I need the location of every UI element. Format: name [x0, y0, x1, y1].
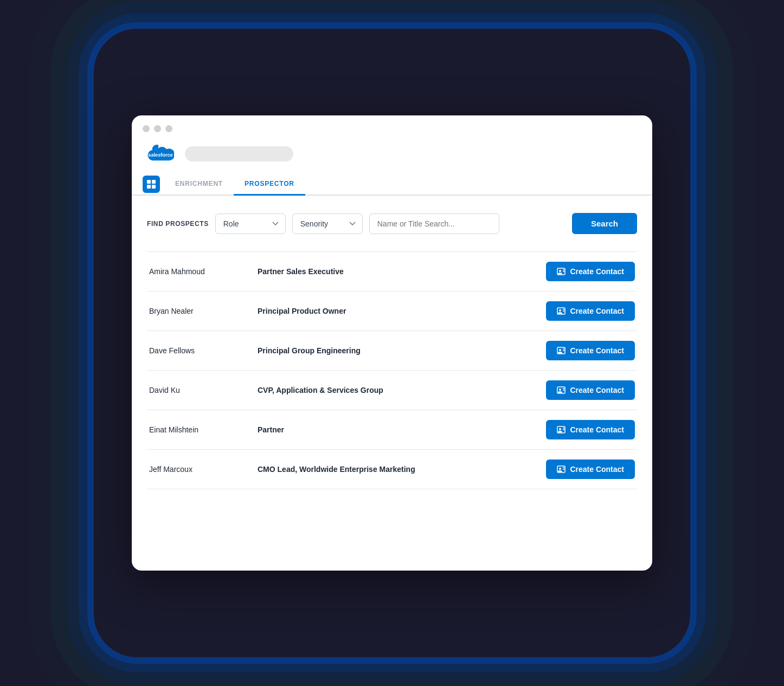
contact-card-icon: [557, 386, 565, 394]
table-row: Einat Milshtein Partner Create Contact: [147, 410, 637, 450]
contact-card-icon: [557, 307, 565, 315]
search-button[interactable]: Search: [572, 213, 637, 234]
svg-point-14: [559, 349, 561, 351]
create-contact-button-0[interactable]: Create Contact: [546, 262, 635, 281]
contact-name: Bryan Nealer: [149, 307, 258, 315]
tabs-bar: ENRICHMENT PROSPECTOR: [132, 173, 652, 196]
tab-prospector[interactable]: PROSPECTOR: [234, 173, 305, 196]
contact-card-icon: [557, 346, 565, 355]
create-contact-label: Create Contact: [570, 386, 624, 394]
svg-rect-4: [152, 185, 156, 189]
svg-point-22: [559, 428, 561, 430]
create-contact-label: Create Contact: [570, 307, 624, 315]
svg-rect-3: [147, 185, 151, 189]
create-contact-label: Create Contact: [570, 267, 624, 276]
contact-name: Dave Fellows: [149, 346, 258, 355]
contact-title: CVP, Application & Services Group: [258, 386, 546, 394]
main-content: FIND PROSPECTS Role Senority Search Amir…: [132, 196, 652, 507]
svg-point-6: [559, 270, 561, 272]
app-window: salesforce ENRICHMENT PROSPECTOR FIND PR…: [132, 115, 652, 571]
contact-name: Amira Mahmoud: [149, 267, 258, 276]
create-contact-button-2[interactable]: Create Contact: [546, 341, 635, 360]
contact-title: CMO Lead, Worldwide Enterprise Marketing: [258, 465, 546, 474]
contact-name: Jeff Marcoux: [149, 465, 258, 474]
create-contact-button-5[interactable]: Create Contact: [546, 460, 635, 479]
contact-name: Einat Milshtein: [149, 425, 258, 434]
create-contact-button-4[interactable]: Create Contact: [546, 420, 635, 439]
svg-rect-1: [147, 180, 151, 184]
find-prospects-label: FIND PROSPECTS: [147, 220, 209, 228]
find-prospects-row: FIND PROSPECTS Role Senority Search: [147, 213, 637, 234]
tab-enrichment[interactable]: ENRICHMENT: [164, 173, 234, 196]
contacts-list: Amira Mahmoud Partner Sales Executive Cr…: [147, 251, 637, 489]
traffic-light-3[interactable]: [165, 125, 172, 132]
create-contact-button-1[interactable]: Create Contact: [546, 301, 635, 321]
role-dropdown[interactable]: Role: [215, 213, 286, 234]
contact-card-icon: [557, 267, 565, 276]
create-contact-button-3[interactable]: Create Contact: [546, 380, 635, 400]
name-title-search-input[interactable]: [369, 213, 499, 234]
table-row: David Ku CVP, Application & Services Gro…: [147, 371, 637, 410]
contact-card-icon: [557, 465, 565, 474]
svg-point-26: [559, 468, 561, 470]
create-contact-label: Create Contact: [570, 465, 624, 474]
traffic-light-1[interactable]: [143, 125, 150, 132]
table-row: Dave Fellows Principal Group Engineering…: [147, 331, 637, 371]
contact-title: Principal Product Owner: [258, 307, 546, 315]
create-contact-label: Create Contact: [570, 425, 624, 434]
header-placeholder: [185, 146, 293, 161]
tab-icon: [143, 176, 160, 193]
svg-text:salesforce: salesforce: [148, 152, 172, 157]
traffic-light-2[interactable]: [154, 125, 161, 132]
svg-point-10: [559, 309, 561, 312]
header: salesforce: [132, 139, 652, 165]
contact-title: Principal Group Engineering: [258, 346, 546, 355]
title-bar: [132, 115, 652, 139]
contact-name: David Ku: [149, 386, 258, 394]
contact-card-icon: [557, 425, 565, 434]
svg-point-18: [559, 389, 561, 391]
seniority-dropdown[interactable]: Senority: [292, 213, 363, 234]
table-row: Bryan Nealer Principal Product Owner Cre…: [147, 292, 637, 331]
svg-rect-2: [152, 180, 156, 184]
contact-title: Partner Sales Executive: [258, 267, 546, 276]
salesforce-logo: salesforce: [145, 143, 176, 165]
create-contact-label: Create Contact: [570, 346, 624, 355]
table-row: Jeff Marcoux CMO Lead, Worldwide Enterpr…: [147, 450, 637, 489]
table-row: Amira Mahmoud Partner Sales Executive Cr…: [147, 251, 637, 292]
contact-title: Partner: [258, 425, 546, 434]
